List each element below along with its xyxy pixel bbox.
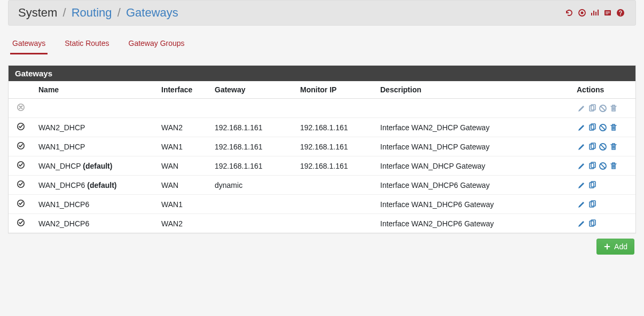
cell-name: WAN_DHCP (default): [33, 156, 156, 176]
cell-gateway: [209, 99, 295, 118]
help-icon[interactable]: [615, 7, 626, 18]
cell-name: [33, 99, 156, 118]
cell-interface: WAN1: [156, 195, 209, 214]
pencil-icon[interactable]: [577, 161, 586, 171]
table-row: WAN1_DHCPWAN1192.168.1.161192.168.1.161I…: [9, 137, 635, 156]
tab-static-routes[interactable]: Static Routes: [62, 34, 111, 54]
trash-icon[interactable]: [609, 142, 618, 152]
cell-monitor: [295, 176, 375, 195]
check-circle-icon: [17, 161, 25, 169]
cell-name: WAN1_DHCP: [33, 137, 156, 156]
cell-interface: WAN1: [156, 137, 209, 156]
breadcrumb-routing[interactable]: Routing: [72, 6, 112, 19]
row-actions: [577, 123, 630, 132]
copy-icon[interactable]: [587, 200, 597, 209]
breadcrumb-sep: /: [117, 6, 121, 19]
pencil-icon[interactable]: [577, 123, 586, 132]
col-actions: Actions: [571, 81, 635, 99]
cell-status: [9, 156, 33, 176]
cell-description: Interface WAN_DHCP6 Gateway: [375, 176, 571, 195]
table-row: WAN_DHCP6 (default)WANdynamicInterface W…: [9, 176, 635, 195]
tab-gateways[interactable]: Gateways: [10, 34, 48, 54]
row-actions: [577, 104, 630, 113]
trash-icon[interactable]: [609, 123, 618, 132]
check-circle-icon: [17, 122, 25, 131]
check-circle-icon: [17, 141, 25, 150]
row-actions: [577, 180, 630, 190]
cell-status: [9, 137, 33, 156]
col-monitor: Monitor IP: [295, 81, 375, 99]
col-interface: Interface: [156, 81, 209, 99]
row-actions: [577, 161, 630, 171]
cell-gateway: [209, 195, 295, 214]
add-button[interactable]: Add: [596, 239, 634, 255]
cell-actions: [571, 118, 635, 137]
trash-icon[interactable]: [609, 161, 618, 171]
tab-gateway-groups[interactable]: Gateway Groups: [127, 34, 187, 54]
service-status-icon[interactable]: [577, 7, 587, 18]
row-actions: [577, 142, 630, 152]
copy-icon[interactable]: [587, 142, 597, 152]
gateway-name: WAN1_DHCP: [38, 143, 85, 151]
cell-interface: WAN2: [156, 118, 209, 137]
stats-icon[interactable]: [590, 7, 600, 18]
pencil-icon[interactable]: [577, 219, 586, 228]
add-row: Add: [10, 239, 634, 255]
cell-description: Interface WAN2_DHCP Gateway: [375, 118, 571, 137]
gateways-table: Name Interface Gateway Monitor IP Descri…: [9, 81, 635, 233]
trash-icon[interactable]: [609, 104, 618, 113]
cell-actions: [571, 156, 635, 176]
ban-icon[interactable]: [598, 123, 608, 132]
cell-description: Interface WAN_DHCP Gateway: [375, 156, 571, 176]
check-circle-icon: [17, 218, 25, 227]
default-badge: (default): [87, 181, 116, 189]
pencil-icon[interactable]: [577, 142, 586, 152]
ban-icon[interactable]: [598, 142, 608, 152]
row-actions: [577, 200, 630, 209]
table-row: WAN_DHCP (default)WAN192.168.1.161192.16…: [9, 156, 635, 176]
cell-interface: [156, 99, 209, 118]
breadcrumb-gateways[interactable]: Gateways: [126, 6, 178, 19]
col-status: [9, 81, 33, 99]
cell-description: [375, 99, 571, 118]
panel-title: Gateways: [9, 66, 635, 81]
cell-monitor: 192.168.1.161: [295, 118, 375, 137]
ban-icon[interactable]: [598, 161, 608, 171]
gateway-name: WAN1_DHCP6: [38, 200, 89, 209]
cell-actions: [571, 99, 635, 118]
copy-icon[interactable]: [587, 161, 597, 171]
log-icon[interactable]: [602, 7, 613, 18]
row-actions: [577, 219, 630, 228]
header-actions: [564, 7, 626, 18]
gateway-name: WAN2_DHCP6: [38, 219, 89, 228]
refresh-icon[interactable]: [564, 7, 575, 18]
cell-monitor: [295, 99, 375, 118]
add-button-label: Add: [614, 242, 627, 251]
copy-icon[interactable]: [587, 123, 597, 132]
pencil-icon[interactable]: [577, 180, 586, 190]
gateway-name: WAN_DHCP: [38, 162, 83, 170]
cell-monitor: 192.168.1.161: [295, 137, 375, 156]
cell-actions: [571, 195, 635, 214]
table-row: [9, 99, 635, 118]
copy-icon[interactable]: [587, 104, 597, 113]
copy-icon[interactable]: [587, 180, 597, 190]
cell-gateway: 192.168.1.161: [209, 118, 295, 137]
cell-description: Interface WAN1_DHCP Gateway: [375, 137, 571, 156]
cell-status: [9, 195, 33, 214]
cell-name: WAN2_DHCP: [33, 118, 156, 137]
cell-monitor: [295, 214, 375, 233]
times-circle-icon: [17, 103, 25, 112]
page-header: System / Routing / Gateways: [8, 0, 636, 26]
pencil-icon[interactable]: [577, 104, 586, 113]
pencil-icon[interactable]: [577, 200, 586, 209]
copy-icon[interactable]: [587, 219, 597, 228]
cell-gateway: 192.168.1.161: [209, 137, 295, 156]
cell-status: [9, 176, 33, 195]
cell-name: WAN1_DHCP6: [33, 195, 156, 214]
ban-icon[interactable]: [598, 104, 608, 113]
breadcrumb: System / Routing / Gateways: [18, 6, 178, 20]
col-name: Name: [33, 81, 156, 99]
breadcrumb-system: System: [18, 6, 57, 19]
col-gateway: Gateway: [209, 81, 295, 99]
